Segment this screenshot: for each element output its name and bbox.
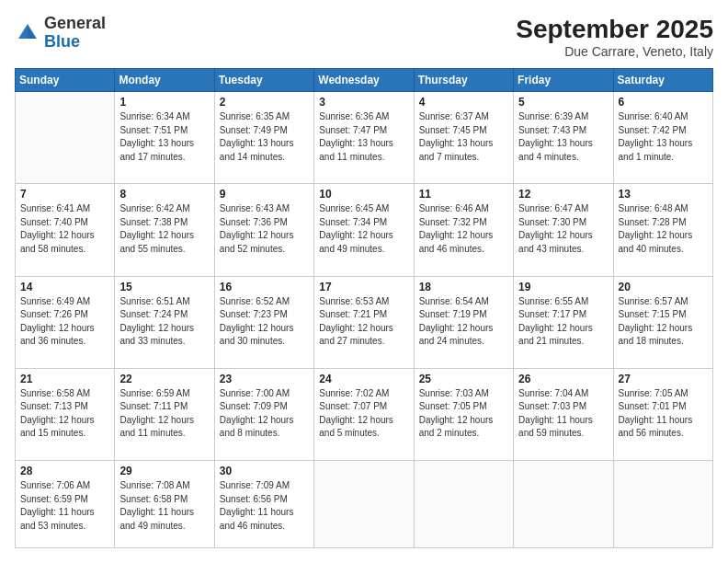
day-of-week-header: Saturday: [613, 69, 712, 92]
day-info: Sunrise: 6:52 AM Sunset: 7:23 PM Dayligh…: [220, 295, 309, 349]
day-info: Sunrise: 6:35 AM Sunset: 7:49 PM Dayligh…: [220, 110, 309, 164]
day-info: Sunrise: 6:37 AM Sunset: 7:45 PM Dayligh…: [419, 110, 508, 164]
calendar-cell: [16, 92, 115, 184]
day-number: 3: [319, 96, 408, 109]
day-info: Sunrise: 6:54 AM Sunset: 7:19 PM Dayligh…: [419, 295, 508, 349]
day-info: Sunrise: 6:41 AM Sunset: 7:40 PM Dayligh…: [20, 202, 109, 256]
day-info: Sunrise: 6:42 AM Sunset: 7:38 PM Dayligh…: [119, 202, 209, 256]
calendar-cell: 30Sunrise: 7:09 AM Sunset: 6:56 PM Dayli…: [214, 461, 313, 548]
logo-general: General: [44, 15, 106, 33]
calendar-cell: 17Sunrise: 6:53 AM Sunset: 7:21 PM Dayli…: [314, 276, 414, 368]
day-info: Sunrise: 6:59 AM Sunset: 7:11 PM Dayligh…: [119, 387, 209, 441]
day-number: 13: [619, 188, 708, 201]
day-info: Sunrise: 6:43 AM Sunset: 7:36 PM Dayligh…: [220, 202, 309, 256]
day-number: 16: [220, 281, 309, 293]
day-number: 21: [20, 373, 109, 385]
week-row: 14Sunrise: 6:49 AM Sunset: 7:26 PM Dayli…: [16, 276, 713, 368]
page: General Blue September 2025 Due Carrare,…: [0, 0, 728, 563]
calendar-header-row: SundayMondayTuesdayWednesdayThursdayFrid…: [16, 69, 713, 92]
calendar-cell: 4Sunrise: 6:37 AM Sunset: 7:45 PM Daylig…: [414, 92, 513, 184]
day-number: 6: [619, 96, 708, 109]
calendar-cell: 14Sunrise: 6:49 AM Sunset: 7:26 PM Dayli…: [16, 276, 115, 368]
day-of-week-header: Tuesday: [214, 69, 313, 92]
day-info: Sunrise: 6:34 AM Sunset: 7:51 PM Dayligh…: [119, 110, 209, 164]
day-number: 27: [619, 373, 708, 385]
calendar-cell: 2Sunrise: 6:35 AM Sunset: 7:49 PM Daylig…: [214, 92, 313, 184]
calendar-table: SundayMondayTuesdayWednesdayThursdayFrid…: [15, 68, 713, 548]
calendar-cell: 9Sunrise: 6:43 AM Sunset: 7:36 PM Daylig…: [214, 184, 313, 276]
day-info: Sunrise: 6:48 AM Sunset: 7:28 PM Dayligh…: [619, 202, 708, 256]
day-info: Sunrise: 6:45 AM Sunset: 7:34 PM Dayligh…: [319, 202, 408, 256]
calendar-cell: 5Sunrise: 6:39 AM Sunset: 7:43 PM Daylig…: [514, 92, 613, 184]
calendar-cell: 23Sunrise: 7:00 AM Sunset: 7:09 PM Dayli…: [214, 368, 313, 460]
day-number: 24: [319, 373, 408, 385]
calendar-cell: 7Sunrise: 6:41 AM Sunset: 7:40 PM Daylig…: [16, 184, 115, 276]
calendar-cell: 6Sunrise: 6:40 AM Sunset: 7:42 PM Daylig…: [613, 92, 712, 184]
logo-icon: [15, 20, 40, 46]
day-number: 4: [419, 96, 508, 109]
day-info: Sunrise: 6:55 AM Sunset: 7:17 PM Dayligh…: [518, 295, 608, 349]
day-number: 1: [119, 96, 209, 109]
day-number: 18: [419, 281, 508, 293]
day-number: 26: [518, 373, 608, 385]
week-row: 28Sunrise: 7:06 AM Sunset: 6:59 PM Dayli…: [16, 461, 713, 548]
calendar-cell: 28Sunrise: 7:06 AM Sunset: 6:59 PM Dayli…: [16, 461, 115, 548]
day-of-week-header: Wednesday: [314, 69, 414, 92]
day-number: 22: [119, 373, 209, 385]
calendar-cell: 29Sunrise: 7:08 AM Sunset: 6:58 PM Dayli…: [115, 461, 214, 548]
calendar-cell: 27Sunrise: 7:05 AM Sunset: 7:01 PM Dayli…: [613, 368, 712, 460]
month-year: September 2025: [516, 15, 713, 44]
day-number: 28: [20, 465, 109, 477]
day-info: Sunrise: 7:08 AM Sunset: 6:58 PM Dayligh…: [119, 479, 209, 533]
calendar-cell: 10Sunrise: 6:45 AM Sunset: 7:34 PM Dayli…: [314, 184, 414, 276]
day-number: 15: [119, 281, 209, 293]
day-info: Sunrise: 6:46 AM Sunset: 7:32 PM Dayligh…: [419, 202, 508, 256]
day-number: 11: [419, 188, 508, 201]
day-info: Sunrise: 6:58 AM Sunset: 7:13 PM Dayligh…: [20, 387, 109, 441]
day-of-week-header: Friday: [514, 69, 613, 92]
calendar-cell: 25Sunrise: 7:03 AM Sunset: 7:05 PM Dayli…: [414, 368, 513, 460]
day-number: 25: [419, 373, 508, 385]
location: Due Carrare, Veneto, Italy: [516, 44, 713, 59]
day-info: Sunrise: 7:06 AM Sunset: 6:59 PM Dayligh…: [20, 479, 109, 533]
day-of-week-header: Sunday: [16, 69, 115, 92]
day-number: 5: [518, 96, 608, 109]
day-info: Sunrise: 6:53 AM Sunset: 7:21 PM Dayligh…: [319, 295, 408, 349]
day-info: Sunrise: 7:09 AM Sunset: 6:56 PM Dayligh…: [220, 479, 309, 533]
logo-blue: Blue: [44, 33, 106, 52]
calendar-cell: 16Sunrise: 6:52 AM Sunset: 7:23 PM Dayli…: [214, 276, 313, 368]
day-info: Sunrise: 7:03 AM Sunset: 7:05 PM Dayligh…: [419, 387, 508, 441]
day-info: Sunrise: 7:00 AM Sunset: 7:09 PM Dayligh…: [220, 387, 309, 441]
title-block: September 2025 Due Carrare, Veneto, Ital…: [516, 15, 713, 59]
day-number: 17: [319, 281, 408, 293]
logo-text: General Blue: [44, 15, 106, 52]
day-number: 29: [119, 465, 209, 477]
day-info: Sunrise: 7:04 AM Sunset: 7:03 PM Dayligh…: [518, 387, 608, 441]
week-row: 7Sunrise: 6:41 AM Sunset: 7:40 PM Daylig…: [16, 184, 713, 276]
day-info: Sunrise: 7:02 AM Sunset: 7:07 PM Dayligh…: [319, 387, 408, 441]
calendar-cell: 12Sunrise: 6:47 AM Sunset: 7:30 PM Dayli…: [514, 184, 613, 276]
day-number: 14: [20, 281, 109, 293]
calendar-cell: [613, 461, 712, 548]
day-number: 2: [220, 96, 309, 109]
day-number: 8: [119, 188, 209, 201]
calendar-cell: 19Sunrise: 6:55 AM Sunset: 7:17 PM Dayli…: [514, 276, 613, 368]
day-info: Sunrise: 6:39 AM Sunset: 7:43 PM Dayligh…: [518, 110, 608, 164]
calendar-cell: 20Sunrise: 6:57 AM Sunset: 7:15 PM Dayli…: [613, 276, 712, 368]
header: General Blue September 2025 Due Carrare,…: [15, 15, 713, 59]
day-of-week-header: Thursday: [414, 69, 513, 92]
week-row: 1Sunrise: 6:34 AM Sunset: 7:51 PM Daylig…: [16, 92, 713, 184]
day-info: Sunrise: 6:40 AM Sunset: 7:42 PM Dayligh…: [619, 110, 708, 164]
day-number: 12: [518, 188, 608, 201]
day-number: 30: [220, 465, 309, 477]
calendar-cell: [514, 461, 613, 548]
day-info: Sunrise: 6:36 AM Sunset: 7:47 PM Dayligh…: [319, 110, 408, 164]
calendar-cell: [314, 461, 414, 548]
calendar-cell: 21Sunrise: 6:58 AM Sunset: 7:13 PM Dayli…: [16, 368, 115, 460]
day-of-week-header: Monday: [115, 69, 214, 92]
day-number: 19: [518, 281, 608, 293]
calendar-cell: 1Sunrise: 6:34 AM Sunset: 7:51 PM Daylig…: [115, 92, 214, 184]
day-info: Sunrise: 7:05 AM Sunset: 7:01 PM Dayligh…: [619, 387, 708, 441]
calendar-cell: 22Sunrise: 6:59 AM Sunset: 7:11 PM Dayli…: [115, 368, 214, 460]
day-info: Sunrise: 6:51 AM Sunset: 7:24 PM Dayligh…: [119, 295, 209, 349]
